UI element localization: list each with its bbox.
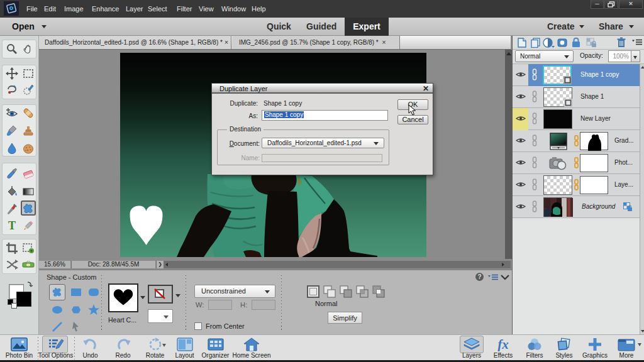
svg-text:fx: fx bbox=[497, 337, 509, 351]
svg-text:T: T bbox=[8, 219, 16, 232]
